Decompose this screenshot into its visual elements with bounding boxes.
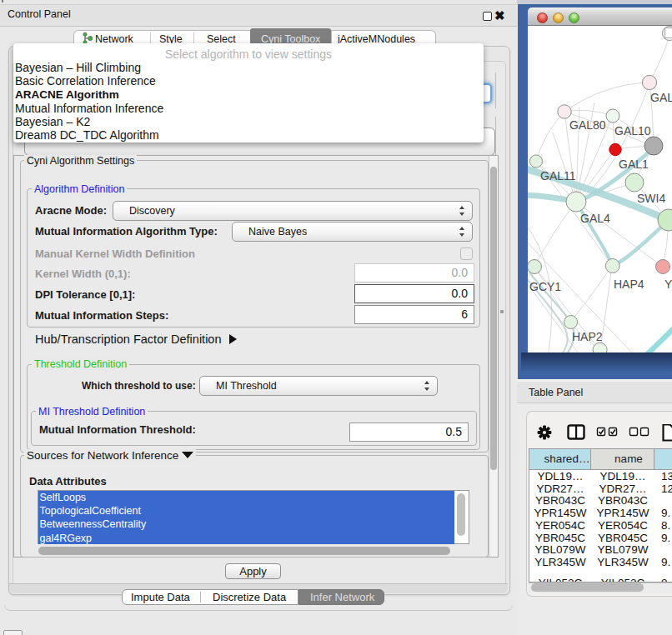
svg-text:HAP2: HAP2: [572, 330, 603, 343]
svg-text:GAL1: GAL1: [619, 158, 649, 171]
svg-text:GAL10: GAL10: [614, 124, 651, 138]
svg-text:GAL11: GAL11: [540, 169, 576, 182]
svg-text:GCY1: GCY1: [529, 280, 561, 293]
svg-text:SWI4: SWI4: [637, 192, 665, 205]
svg-text:HAP4: HAP4: [614, 278, 644, 291]
svg-text:YE: YE: [664, 278, 672, 291]
svg-text:GAL4: GAL4: [580, 212, 610, 225]
svg-text:GAL7: GAL7: [650, 91, 672, 104]
svg-text:GAL80: GAL80: [569, 118, 606, 132]
